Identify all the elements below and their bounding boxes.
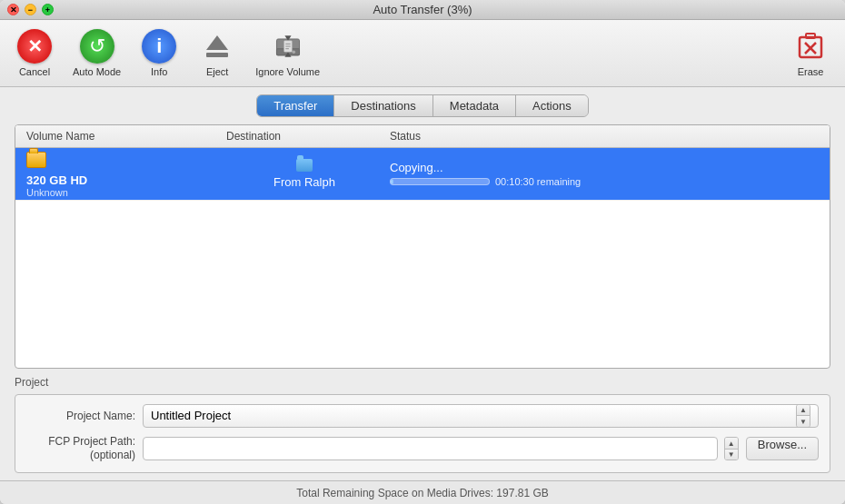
volume-name-cell: 320 GB HD Unknown xyxy=(23,148,223,200)
fcp-path-input[interactable] xyxy=(143,437,718,460)
volume-subtext: Unknown xyxy=(26,187,87,198)
app-window: ✕ − + Auto Transfer (3%) ✕ Cancel ↺ Auto… xyxy=(0,0,845,504)
eject-icon xyxy=(200,29,234,64)
svg-marker-0 xyxy=(206,35,228,50)
cancel-label: Cancel xyxy=(19,66,50,77)
tab-actions[interactable]: Actions xyxy=(516,95,588,116)
transfer-table: Volume Name Destination Status 320 GB HD… xyxy=(15,124,830,369)
destination-name: From Ralph xyxy=(273,175,335,189)
erase-icon xyxy=(793,29,828,64)
fcp-path-label-text: FCP Project Path: xyxy=(48,435,135,448)
fcp-stepper-down[interactable]: ▼ xyxy=(725,450,738,460)
tab-bar: Transfer Destinations Metadata Actions xyxy=(256,94,588,117)
progress-container: 00:10:30 remaining xyxy=(390,176,819,187)
automode-icon-circle: ↺ xyxy=(80,29,114,64)
ignore-volume-button[interactable]: Ignore Volume xyxy=(255,29,320,77)
project-name-value: Untitled Project xyxy=(151,409,231,422)
svg-rect-1 xyxy=(206,53,228,57)
erase-button[interactable]: Erase xyxy=(790,29,830,77)
project-section: Project Project Name: Untitled Project ▲… xyxy=(15,376,830,473)
fcp-path-row: FCP Project Path: (optional) ▲ ▼ Browse.… xyxy=(26,435,819,463)
status-bar: Total Remaining Space on Media Drives: 1… xyxy=(0,480,845,504)
automode-button[interactable]: ↺ Auto Mode xyxy=(73,29,121,77)
info-button[interactable]: i Info xyxy=(139,29,179,77)
col-header-status: Status xyxy=(386,128,822,144)
toolbar: ✕ Cancel ↺ Auto Mode i Info xyxy=(0,20,845,87)
status-text: Copying... xyxy=(390,161,819,174)
automode-label: Auto Mode xyxy=(73,66,121,77)
progress-bar xyxy=(390,178,490,185)
fcp-path-label: FCP Project Path: (optional) xyxy=(26,435,135,463)
project-section-label: Project xyxy=(15,376,830,389)
close-button[interactable]: ✕ xyxy=(7,4,19,15)
info-label: Info xyxy=(151,66,167,77)
cancel-icon: ✕ xyxy=(17,29,52,64)
tabs-container: Transfer Destinations Metadata Actions xyxy=(0,87,845,117)
tab-metadata[interactable]: Metadata xyxy=(433,95,516,116)
tab-transfer[interactable]: Transfer xyxy=(257,95,334,116)
destination-cell: From Ralph xyxy=(223,157,386,191)
project-name-label: Project Name: xyxy=(26,410,135,422)
info-icon-circle: i xyxy=(142,29,176,64)
table-header: Volume Name Destination Status xyxy=(15,125,830,148)
cancel-icon-circle: ✕ xyxy=(17,29,52,64)
cancel-button[interactable]: ✕ Cancel xyxy=(15,29,55,77)
traffic-lights: ✕ − + xyxy=(7,4,54,15)
table-row[interactable]: 320 GB HD Unknown From Ralph Copying... xyxy=(15,148,830,201)
project-name-row: Project Name: Untitled Project ▲ ▼ xyxy=(26,404,819,428)
svg-point-4 xyxy=(292,50,295,54)
stepper-down[interactable]: ▼ xyxy=(797,416,810,427)
minimize-button[interactable]: − xyxy=(25,4,36,15)
tab-destinations[interactable]: Destinations xyxy=(334,95,433,116)
stepper-up[interactable]: ▲ xyxy=(797,405,810,417)
fcp-stepper-up[interactable]: ▲ xyxy=(725,438,738,450)
erase-label: Erase xyxy=(798,66,824,77)
progress-fill xyxy=(391,179,393,184)
volume-info: 320 GB HD Unknown xyxy=(26,173,87,198)
ignore-volume-icon xyxy=(271,29,305,64)
main-content: Volume Name Destination Status 320 GB HD… xyxy=(0,117,845,480)
destination-folder-icon xyxy=(296,159,313,172)
eject-label: Eject xyxy=(206,66,228,77)
eject-button[interactable]: Eject xyxy=(197,29,237,77)
erase-icon-shape xyxy=(793,29,828,64)
col-header-volume: Volume Name xyxy=(23,128,223,144)
volume-icon xyxy=(26,152,46,168)
time-remaining: 00:10:30 remaining xyxy=(495,176,581,187)
automode-icon: ↺ xyxy=(80,29,114,64)
status-bar-text: Total Remaining Space on Media Drives: 1… xyxy=(296,487,548,499)
window-title: Auto Transfer (3%) xyxy=(373,3,472,16)
col-header-destination: Destination xyxy=(223,128,386,144)
project-name-select[interactable]: Untitled Project ▲ ▼ xyxy=(143,404,819,428)
project-fields: Project Name: Untitled Project ▲ ▼ FCP P… xyxy=(15,394,830,473)
eject-icon-shape xyxy=(200,29,234,64)
browse-button[interactable]: Browse... xyxy=(746,437,819,460)
info-icon: i xyxy=(142,29,176,64)
project-name-stepper[interactable]: ▲ ▼ xyxy=(796,404,810,428)
table-body: 320 GB HD Unknown From Ralph Copying... xyxy=(15,148,830,368)
titlebar: ✕ − + Auto Transfer (3%) xyxy=(0,0,845,20)
volume-name: 320 GB HD xyxy=(26,173,87,187)
status-cell: Copying... 00:10:30 remaining xyxy=(386,159,822,189)
svg-rect-14 xyxy=(806,34,815,38)
ignore-volume-label: Ignore Volume xyxy=(255,66,320,77)
fcp-path-stepper[interactable]: ▲ ▼ xyxy=(724,437,739,460)
maximize-button[interactable]: + xyxy=(42,4,54,15)
fcp-path-optional: (optional) xyxy=(90,449,135,461)
